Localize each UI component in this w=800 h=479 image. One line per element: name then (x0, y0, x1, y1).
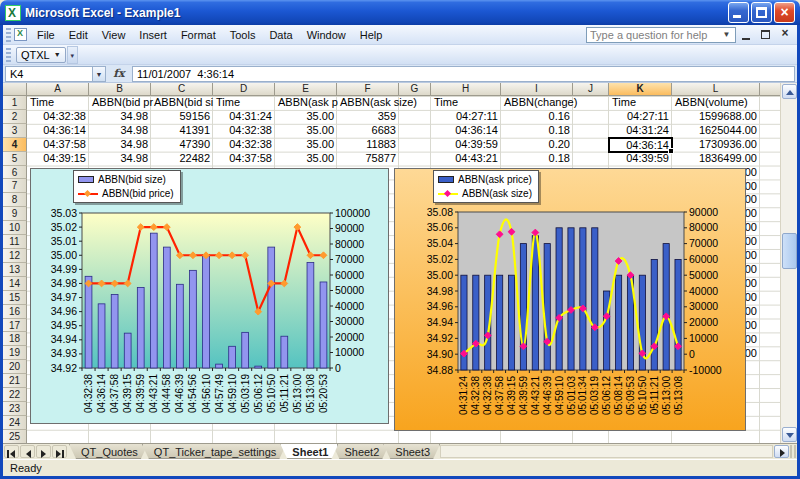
selected-cell-K4[interactable]: 04:36:14 (608, 137, 673, 153)
cell-I3[interactable]: 0.18 (501, 124, 573, 138)
menu-format[interactable]: Format (174, 27, 223, 43)
insert-function-icon[interactable]: fx (106, 67, 132, 80)
cell-E5[interactable]: 35.00 (275, 152, 337, 166)
menu-edit[interactable]: Edit (62, 27, 95, 43)
bid-chart[interactable]: 35.0335.0235.0135.0034.9934.9834.9734.96… (30, 168, 389, 424)
workbook-icon[interactable]: X (14, 28, 27, 41)
menu-window[interactable]: Window (300, 27, 353, 43)
workbook-minimize-button[interactable] (739, 28, 755, 42)
row-header-7[interactable]: 7 (3, 179, 27, 193)
row-header-25[interactable]: 25 (3, 430, 27, 443)
column-header-H[interactable]: H (431, 83, 501, 96)
scroll-right-button[interactable] (774, 445, 789, 458)
close-button[interactable]: × (774, 2, 795, 23)
cell-K5[interactable]: 04:39:59 (609, 152, 672, 166)
toolbar-grip[interactable] (6, 48, 11, 62)
column-header-A[interactable]: A (27, 83, 89, 96)
row-header-11[interactable]: 11 (3, 235, 27, 249)
next-sheet-button[interactable] (36, 445, 51, 458)
row-header-8[interactable]: 8 (3, 193, 27, 207)
cell-D5[interactable]: 04:37:58 (213, 152, 275, 166)
maximize-button[interactable] (751, 2, 772, 23)
cell-A5[interactable]: 04:39:15 (27, 152, 89, 166)
qtxl-menu-button[interactable]: QTXL▼ (16, 47, 66, 63)
cell-L1[interactable]: ABBN(volume) (672, 96, 760, 110)
name-box-dropdown-icon[interactable]: ▼ (93, 66, 106, 82)
column-header-G[interactable]: G (399, 83, 431, 96)
cell-B4[interactable]: 34.98 (89, 138, 151, 152)
row-header-16[interactable]: 16 (3, 305, 27, 319)
sheet-tab-qt_quotes[interactable]: QT_Quotes (69, 444, 148, 459)
cell-F2[interactable]: 359 (337, 110, 399, 124)
cell-K3[interactable]: 04:31:24 (609, 124, 672, 138)
row-header-2[interactable]: 2 (3, 110, 27, 124)
first-sheet-button[interactable] (4, 445, 19, 458)
name-box[interactable]: K4 (5, 66, 93, 82)
cell-D1[interactable]: Time (213, 96, 275, 110)
row-header-9[interactable]: 9 (3, 207, 27, 221)
cell-L5[interactable]: 1836499.00 (672, 152, 760, 166)
cell-H1[interactable]: Time (431, 96, 501, 110)
prev-sheet-button[interactable] (20, 445, 35, 458)
cell-H4[interactable]: 04:39:59 (431, 138, 501, 152)
cell-I1[interactable]: ABBN(change) (501, 96, 573, 110)
row-header-12[interactable]: 12 (3, 249, 27, 263)
row-header-19[interactable]: 19 (3, 346, 27, 360)
sheet-tab-sheet3[interactable]: Sheet3 (383, 444, 440, 459)
scroll-up-button[interactable] (782, 84, 797, 99)
row-header-13[interactable]: 13 (3, 263, 27, 277)
title-bar[interactable]: X Microsoft Excel - Example1 × (0, 0, 800, 25)
cell-I4[interactable]: 0.20 (501, 138, 573, 152)
row-header-10[interactable]: 10 (3, 221, 27, 235)
menu-help[interactable]: Help (353, 27, 390, 43)
cell-F3[interactable]: 6683 (337, 124, 399, 138)
column-header-C[interactable]: C (151, 83, 213, 96)
select-all-corner[interactable] (3, 83, 27, 96)
row-header-23[interactable]: 23 (3, 402, 27, 416)
row-header-4[interactable]: 4 (3, 138, 27, 152)
row-header-22[interactable]: 22 (3, 388, 27, 402)
cell-K1[interactable]: Time (609, 96, 672, 110)
ask-chart[interactable]: 35.0835.0635.0435.0235.0034.9834.9634.94… (394, 168, 746, 431)
cell-H5[interactable]: 04:43:21 (431, 152, 501, 166)
cell-A2[interactable]: 04:32:38 (27, 110, 89, 124)
row-header-21[interactable]: 21 (3, 374, 27, 388)
cell-C5[interactable]: 22482 (151, 152, 213, 166)
cell-F4[interactable]: 11883 (337, 138, 399, 152)
menu-file[interactable]: File (30, 27, 62, 43)
row-header-24[interactable]: 24 (3, 416, 27, 430)
cell-E2[interactable]: 35.00 (275, 110, 337, 124)
last-sheet-button[interactable] (52, 445, 67, 458)
vertical-scroll-thumb[interactable] (782, 233, 797, 269)
cell-B1[interactable]: ABBN(bid pr (89, 96, 151, 110)
row-header-5[interactable]: 5 (3, 152, 27, 166)
tab-splitter-handle[interactable] (790, 445, 797, 458)
column-header-B[interactable]: B (89, 83, 151, 96)
cell-A1[interactable]: Time (27, 96, 89, 110)
cell-E3[interactable]: 35.00 (275, 124, 337, 138)
cell-I5[interactable]: 0.18 (501, 152, 573, 166)
sheet-tab-sheet1[interactable]: Sheet1 (280, 444, 338, 459)
column-header-J[interactable]: J (573, 83, 609, 96)
cell-I2[interactable]: 0.16 (501, 110, 573, 124)
cell-C4[interactable]: 47390 (151, 138, 213, 152)
cell-E4[interactable]: 35.00 (275, 138, 337, 152)
cell-C2[interactable]: 59156 (151, 110, 213, 124)
cell-L2[interactable]: 1599688.00 (672, 110, 760, 124)
cell-K2[interactable]: 04:27:11 (609, 110, 672, 124)
formula-input[interactable]: 11/01/2007 4:36:14 (132, 66, 795, 82)
cell-B5[interactable]: 34.98 (89, 152, 151, 166)
scroll-down-button[interactable] (782, 427, 797, 442)
menu-view[interactable]: View (95, 27, 133, 43)
row-header-6[interactable]: 6 (3, 166, 27, 180)
toolbar-options-button[interactable]: ▾ (67, 46, 78, 64)
help-dropdown-icon[interactable]: ▼ (721, 28, 732, 42)
cell-F1[interactable]: ABBN(ask size) (337, 96, 399, 110)
cell-D4[interactable]: 04:32:38 (213, 138, 275, 152)
row-header-20[interactable]: 20 (3, 360, 27, 374)
column-header-K[interactable]: K (609, 83, 672, 96)
row-header-3[interactable]: 3 (3, 124, 27, 138)
row-header-14[interactable]: 14 (3, 277, 27, 291)
row-header-18[interactable]: 18 (3, 332, 27, 346)
column-header-L[interactable]: L (672, 83, 760, 96)
